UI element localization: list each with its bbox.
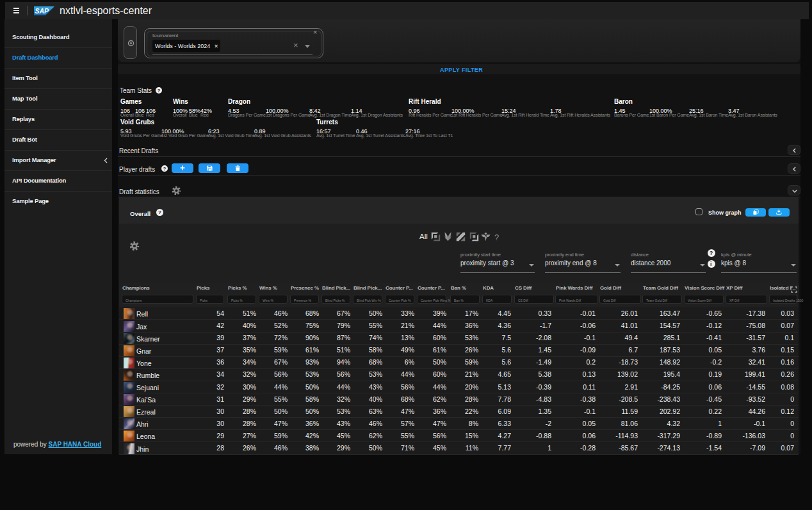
svg-text:SAP: SAP: [35, 7, 50, 15]
